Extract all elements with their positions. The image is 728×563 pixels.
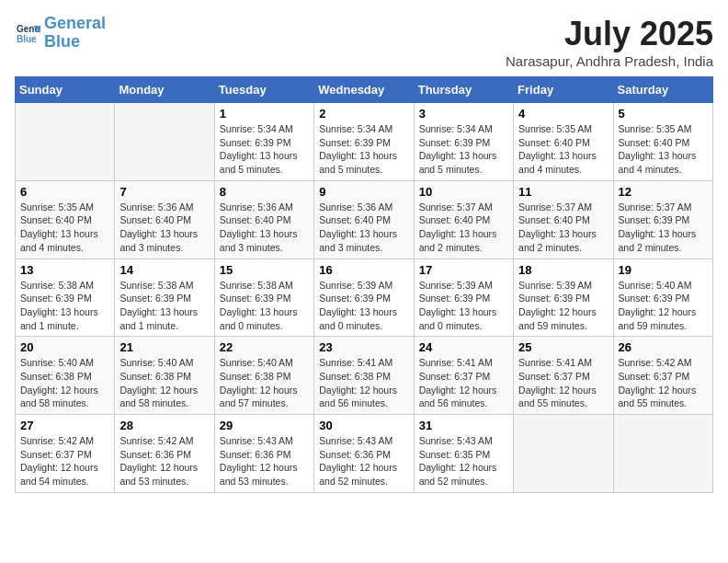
calendar-cell: 9Sunrise: 5:36 AM Sunset: 6:40 PM Daylig…	[314, 180, 414, 259]
day-info: Sunrise: 5:37 AM Sunset: 6:39 PM Dayligh…	[619, 201, 708, 255]
calendar-cell: 24Sunrise: 5:41 AM Sunset: 6:37 PM Dayli…	[414, 337, 513, 415]
day-number: 7	[119, 185, 209, 199]
day-number: 6	[20, 185, 109, 199]
calendar-cell: 29Sunrise: 5:43 AM Sunset: 6:36 PM Dayli…	[214, 415, 313, 493]
day-info: Sunrise: 5:42 AM Sunset: 6:36 PM Dayligh…	[119, 434, 209, 488]
title-block: July 2025 Narasapur, Andhra Pradesh, Ind…	[506, 15, 713, 69]
calendar-cell: 19Sunrise: 5:40 AM Sunset: 6:39 PM Dayli…	[613, 259, 712, 337]
day-number: 8	[220, 185, 309, 199]
weekday-header: Friday	[514, 77, 613, 103]
day-info: Sunrise: 5:38 AM Sunset: 6:39 PM Dayligh…	[20, 279, 109, 333]
day-number: 3	[419, 107, 508, 121]
day-info: Sunrise: 5:42 AM Sunset: 6:37 PM Dayligh…	[20, 434, 109, 488]
day-info: Sunrise: 5:34 AM Sunset: 6:39 PM Dayligh…	[419, 122, 508, 177]
calendar-cell: 31Sunrise: 5:43 AM Sunset: 6:35 PM Dayli…	[414, 415, 513, 493]
day-info: Sunrise: 5:40 AM Sunset: 6:38 PM Dayligh…	[20, 356, 109, 410]
calendar-cell: 6Sunrise: 5:35 AM Sunset: 6:40 PM Daylig…	[16, 180, 115, 259]
weekday-header: Wednesday	[314, 77, 414, 103]
day-info: Sunrise: 5:38 AM Sunset: 6:39 PM Dayligh…	[119, 279, 209, 333]
day-info: Sunrise: 5:39 AM Sunset: 6:39 PM Dayligh…	[518, 279, 608, 333]
day-number: 4	[518, 107, 608, 121]
day-info: Sunrise: 5:43 AM Sunset: 6:35 PM Dayligh…	[419, 434, 508, 488]
day-number: 26	[619, 340, 708, 354]
weekday-header: Saturday	[613, 77, 712, 103]
calendar-cell	[613, 415, 712, 493]
calendar-body: 1Sunrise: 5:34 AM Sunset: 6:39 PM Daylig…	[16, 103, 713, 493]
day-info: Sunrise: 5:40 AM Sunset: 6:38 PM Dayligh…	[119, 356, 209, 410]
day-number: 31	[419, 419, 508, 432]
weekday-header: Tuesday	[214, 77, 313, 103]
page-header: General Blue GeneralBlue July 2025 Naras…	[15, 15, 713, 69]
day-info: Sunrise: 5:35 AM Sunset: 6:40 PM Dayligh…	[619, 122, 708, 177]
day-info: Sunrise: 5:41 AM Sunset: 6:38 PM Dayligh…	[319, 356, 408, 410]
calendar-cell	[514, 415, 613, 493]
calendar-cell	[115, 103, 214, 181]
calendar-cell: 12Sunrise: 5:37 AM Sunset: 6:39 PM Dayli…	[613, 180, 712, 259]
weekday-header: Monday	[115, 77, 214, 103]
calendar-cell: 13Sunrise: 5:38 AM Sunset: 6:39 PM Dayli…	[16, 259, 115, 337]
weekday-header: Sunday	[16, 77, 115, 103]
day-number: 19	[619, 263, 708, 277]
logo-text: GeneralBlue	[44, 15, 106, 52]
calendar-cell: 2Sunrise: 5:34 AM Sunset: 6:39 PM Daylig…	[314, 103, 414, 181]
calendar-week-row: 1Sunrise: 5:34 AM Sunset: 6:39 PM Daylig…	[16, 103, 713, 181]
day-number: 11	[518, 185, 608, 199]
svg-text:Blue: Blue	[17, 34, 37, 44]
day-number: 5	[619, 107, 708, 121]
day-info: Sunrise: 5:40 AM Sunset: 6:39 PM Dayligh…	[619, 279, 708, 333]
day-number: 21	[119, 340, 209, 354]
calendar-table: SundayMondayTuesdayWednesdayThursdayFrid…	[15, 76, 713, 493]
calendar-week-row: 20Sunrise: 5:40 AM Sunset: 6:38 PM Dayli…	[16, 337, 713, 415]
day-number: 15	[220, 263, 309, 277]
calendar-cell: 27Sunrise: 5:42 AM Sunset: 6:37 PM Dayli…	[16, 415, 115, 493]
day-number: 29	[220, 419, 309, 432]
day-number: 25	[518, 340, 608, 354]
day-info: Sunrise: 5:41 AM Sunset: 6:37 PM Dayligh…	[419, 356, 508, 410]
calendar-cell: 4Sunrise: 5:35 AM Sunset: 6:40 PM Daylig…	[514, 103, 613, 181]
day-number: 18	[518, 263, 608, 277]
day-number: 10	[419, 185, 508, 199]
calendar-week-row: 27Sunrise: 5:42 AM Sunset: 6:37 PM Dayli…	[16, 415, 713, 493]
calendar-cell: 11Sunrise: 5:37 AM Sunset: 6:40 PM Dayli…	[514, 180, 613, 259]
weekday-header-row: SundayMondayTuesdayWednesdayThursdayFrid…	[16, 77, 713, 103]
calendar-cell: 21Sunrise: 5:40 AM Sunset: 6:38 PM Dayli…	[115, 337, 214, 415]
day-info: Sunrise: 5:43 AM Sunset: 6:36 PM Dayligh…	[220, 434, 309, 488]
day-info: Sunrise: 5:35 AM Sunset: 6:40 PM Dayligh…	[518, 122, 608, 177]
calendar-cell: 15Sunrise: 5:38 AM Sunset: 6:39 PM Dayli…	[214, 259, 313, 337]
day-number: 23	[319, 340, 408, 354]
day-info: Sunrise: 5:38 AM Sunset: 6:39 PM Dayligh…	[220, 279, 309, 333]
day-info: Sunrise: 5:41 AM Sunset: 6:37 PM Dayligh…	[518, 356, 608, 410]
calendar-cell: 3Sunrise: 5:34 AM Sunset: 6:39 PM Daylig…	[414, 103, 513, 181]
day-number: 16	[319, 263, 408, 277]
calendar-cell: 22Sunrise: 5:40 AM Sunset: 6:38 PM Dayli…	[214, 337, 313, 415]
calendar-cell: 7Sunrise: 5:36 AM Sunset: 6:40 PM Daylig…	[115, 180, 214, 259]
location: Narasapur, Andhra Pradesh, India	[506, 53, 713, 69]
day-number: 30	[319, 419, 408, 432]
calendar-header: SundayMondayTuesdayWednesdayThursdayFrid…	[16, 77, 713, 103]
calendar-cell: 28Sunrise: 5:42 AM Sunset: 6:36 PM Dayli…	[115, 415, 214, 493]
calendar-cell: 1Sunrise: 5:34 AM Sunset: 6:39 PM Daylig…	[214, 103, 313, 181]
logo: General Blue GeneralBlue	[15, 15, 106, 52]
day-info: Sunrise: 5:43 AM Sunset: 6:36 PM Dayligh…	[319, 434, 408, 488]
day-info: Sunrise: 5:40 AM Sunset: 6:38 PM Dayligh…	[220, 356, 309, 410]
day-info: Sunrise: 5:39 AM Sunset: 6:39 PM Dayligh…	[419, 279, 508, 333]
day-number: 22	[220, 340, 309, 354]
calendar-cell: 10Sunrise: 5:37 AM Sunset: 6:40 PM Dayli…	[414, 180, 513, 259]
day-info: Sunrise: 5:36 AM Sunset: 6:40 PM Dayligh…	[319, 201, 408, 255]
calendar-cell: 14Sunrise: 5:38 AM Sunset: 6:39 PM Dayli…	[115, 259, 214, 337]
day-number: 14	[119, 263, 209, 277]
day-number: 28	[119, 419, 209, 432]
day-info: Sunrise: 5:37 AM Sunset: 6:40 PM Dayligh…	[518, 201, 608, 255]
day-info: Sunrise: 5:36 AM Sunset: 6:40 PM Dayligh…	[220, 201, 309, 255]
calendar-cell	[16, 103, 115, 181]
day-info: Sunrise: 5:35 AM Sunset: 6:40 PM Dayligh…	[20, 201, 109, 255]
calendar-week-row: 13Sunrise: 5:38 AM Sunset: 6:39 PM Dayli…	[16, 259, 713, 337]
day-info: Sunrise: 5:42 AM Sunset: 6:37 PM Dayligh…	[619, 356, 708, 410]
calendar-cell: 26Sunrise: 5:42 AM Sunset: 6:37 PM Dayli…	[613, 337, 712, 415]
calendar-cell: 8Sunrise: 5:36 AM Sunset: 6:40 PM Daylig…	[214, 180, 313, 259]
day-number: 13	[20, 263, 109, 277]
day-info: Sunrise: 5:34 AM Sunset: 6:39 PM Dayligh…	[220, 122, 309, 177]
day-number: 2	[319, 107, 408, 121]
calendar-week-row: 6Sunrise: 5:35 AM Sunset: 6:40 PM Daylig…	[16, 180, 713, 259]
day-number: 9	[319, 185, 408, 199]
